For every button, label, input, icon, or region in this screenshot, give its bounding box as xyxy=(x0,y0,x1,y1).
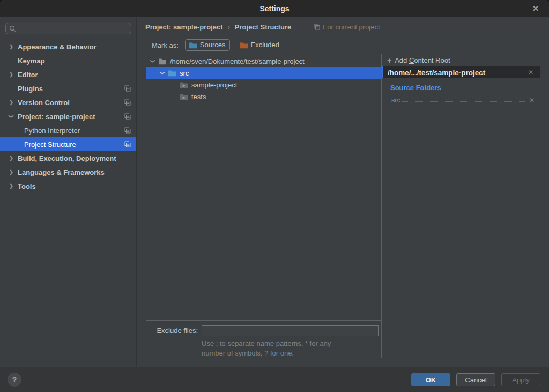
sidebar-item-editor[interactable]: ❯ Editor xyxy=(0,68,136,82)
folder-icon xyxy=(158,57,167,65)
chevron-down-icon[interactable]: ❯ xyxy=(150,58,155,64)
sidebar-item-tools[interactable]: ❯ Tools xyxy=(0,179,136,193)
per-project-icon xyxy=(124,113,131,120)
dotted-leader xyxy=(402,101,525,102)
dialog-title: Settings xyxy=(259,4,289,13)
mark-as-toolbar: Mark as: Sources Excluded xyxy=(137,36,549,54)
exclude-files-label: Exclude files: xyxy=(146,327,198,335)
mark-sources-button[interactable]: Sources xyxy=(185,39,230,51)
remove-content-root-icon[interactable]: ✕ xyxy=(526,69,536,76)
source-folder-item[interactable]: src ✕ xyxy=(391,93,537,104)
source-folder-icon xyxy=(168,69,176,77)
search-icon xyxy=(9,25,16,32)
source-folders-heading: Source Folders xyxy=(390,84,540,92)
sidebar-item-plugins[interactable]: Plugins xyxy=(0,82,136,95)
chevron-right-icon: ❯ xyxy=(8,72,15,77)
ok-button[interactable]: OK xyxy=(411,373,450,386)
chevron-right-icon: ❯ xyxy=(8,156,15,161)
settings-dialog: Settings ✕ ❯ Appearance & Behavior Keyma… xyxy=(0,0,549,392)
breadcrumb: Project: sample-project › Project Struct… xyxy=(137,17,549,36)
excluded-folder-icon xyxy=(240,41,248,49)
sidebar-item-python-interpreter[interactable]: Python Interpreter xyxy=(0,123,136,137)
tree-row-content-root[interactable]: ❯ /home/sven/Dokumente/test/sample-proje… xyxy=(146,55,381,67)
breadcrumb-project[interactable]: Project: sample-project xyxy=(145,23,223,31)
titlebar: Settings ✕ xyxy=(0,0,549,17)
settings-sidebar: ❯ Appearance & Behavior Keymap ❯ Editor … xyxy=(0,17,137,367)
sidebar-item-languages-frameworks[interactable]: ❯ Languages & Frameworks xyxy=(0,165,136,179)
scope-note-label: For current project xyxy=(323,23,380,31)
source-folder-name[interactable]: src xyxy=(391,96,400,104)
apply-button[interactable]: Apply xyxy=(501,373,540,386)
content-root-path: /home/.../test/sample-project xyxy=(388,69,526,77)
sidebar-item-keymap[interactable]: Keymap xyxy=(0,54,136,68)
per-project-icon xyxy=(124,85,131,92)
tree-row-tests[interactable]: tests xyxy=(146,91,381,102)
chevron-right-icon: ❯ xyxy=(8,169,15,175)
sidebar-item-project-structure[interactable]: Project Structure xyxy=(0,137,136,151)
content-root-pane: + Add Content Root /home/.../test/sample… xyxy=(382,54,540,358)
project-structure-panel: ❯ /home/sven/Dokumente/test/sample-proje… xyxy=(146,54,540,358)
directory-tree: ❯ /home/sven/Dokumente/test/sample-proje… xyxy=(146,54,381,320)
chevron-down-icon: ❯ xyxy=(9,113,14,120)
tree-row-src[interactable]: ❯ src xyxy=(146,67,381,79)
sidebar-item-build-execution-deployment[interactable]: ❯ Build, Execution, Deployment xyxy=(0,151,136,165)
folder-icon xyxy=(180,93,188,100)
add-content-root-button[interactable]: + Add Content Root xyxy=(382,54,540,66)
remove-source-folder-icon[interactable]: ✕ xyxy=(527,97,537,104)
chevron-right-icon: ❯ xyxy=(8,100,15,105)
mark-as-label: Mark as: xyxy=(152,41,179,49)
tree-row-sample-project[interactable]: sample-project xyxy=(146,79,381,91)
per-project-icon xyxy=(124,127,131,134)
exclude-files-input[interactable] xyxy=(202,325,379,336)
chevron-right-icon: ❯ xyxy=(8,183,15,189)
search-input[interactable] xyxy=(19,25,128,33)
sidebar-item-appearance-behavior[interactable]: ❯ Appearance & Behavior xyxy=(0,40,136,54)
settings-nav: ❯ Appearance & Behavior Keymap ❯ Editor … xyxy=(0,40,136,193)
chevron-right-icon: ❯ xyxy=(8,44,15,49)
mark-excluded-button[interactable]: Excluded xyxy=(236,40,283,50)
per-project-icon xyxy=(124,99,131,106)
sidebar-item-version-control[interactable]: ❯ Version Control xyxy=(0,95,136,109)
per-project-icon xyxy=(314,24,320,30)
content-root-item[interactable]: /home/.../test/sample-project ✕ xyxy=(382,66,540,78)
sources-folder-icon xyxy=(189,41,197,49)
per-project-icon xyxy=(124,141,131,147)
content-tree-pane: ❯ /home/sven/Dokumente/test/sample-proje… xyxy=(146,54,382,358)
chevron-down-icon[interactable]: ❯ xyxy=(160,70,165,76)
sidebar-item-project[interactable]: ❯ Project: sample-project xyxy=(0,109,136,123)
exclude-files-section: Exclude files: Use ; to separate name pa… xyxy=(146,320,381,358)
folder-icon xyxy=(180,81,188,88)
dialog-footer: ? OK Cancel Apply xyxy=(0,367,549,392)
close-icon[interactable]: ✕ xyxy=(526,0,545,17)
plus-icon: + xyxy=(387,56,391,65)
cancel-button[interactable]: Cancel xyxy=(456,373,495,386)
search-box[interactable] xyxy=(5,23,131,34)
breadcrumb-page: Project Structure xyxy=(235,23,291,31)
breadcrumb-separator-icon: › xyxy=(228,23,230,31)
exclude-files-hint: Use ; to separate name patterns, * for a… xyxy=(202,339,381,358)
help-button[interactable]: ? xyxy=(8,373,21,387)
scope-note: For current project xyxy=(314,23,380,31)
